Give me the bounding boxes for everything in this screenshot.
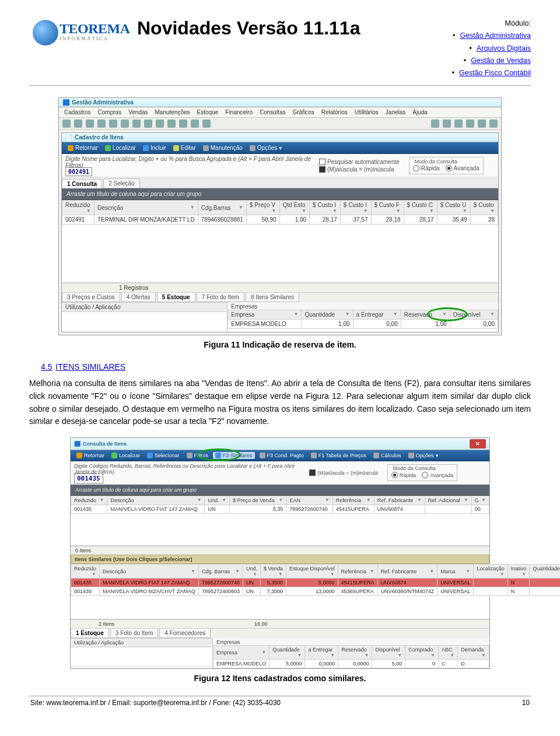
menu-janelas[interactable]: Janelas [383, 108, 408, 116]
toolbar-icon[interactable] [97, 120, 106, 128]
menu-consultas[interactable]: Consultas [257, 108, 288, 116]
tab-fornecedores[interactable]: 4 Fornecedores [159, 629, 211, 638]
cond-icon [260, 453, 265, 458]
retornar-button[interactable]: Retornar [65, 144, 100, 152]
group-by-bar[interactable]: Arraste um título de coluna aqui para cr… [71, 485, 489, 496]
toolbar-icon[interactable] [179, 120, 187, 128]
tabpreco-button[interactable]: F1 Tabela de Preços [309, 452, 369, 459]
toolbar-icon[interactable] [478, 120, 486, 128]
empresa-grid[interactable]: Empresa▼ Quantidade▼ a Entregar▼ Reserva… [228, 310, 498, 329]
condpgto-button[interactable]: F3 Cond. Pagto [257, 452, 306, 459]
table-row[interactable]: 001435 MANIVELA VIDRO FIAT 147 ZAMAQ 789… [71, 579, 561, 587]
group-by-bar[interactable]: Arraste um título de coluna aqui para cr… [62, 188, 498, 200]
menu-financeiro[interactable]: Financeiro [222, 108, 256, 116]
tab-foto[interactable]: 3 Foto do Item [110, 629, 158, 638]
opcoes-button[interactable]: Opções ▾ [406, 452, 441, 459]
tab-selecao[interactable]: 2 Seleção [103, 178, 139, 188]
auto-search-checkbox[interactable]: Pesquisar automaticamente [319, 159, 400, 165]
similares-button[interactable]: F2-Similares [213, 452, 255, 459]
menu-manutencoes[interactable]: Manutenções [152, 108, 193, 116]
menu-cadastros[interactable]: Cadastros [61, 108, 94, 116]
action-bar: Retornar Localizar Incluir Editar Manute… [62, 142, 498, 154]
localizar-button[interactable]: Localizar [103, 144, 138, 152]
case-option-checkbox[interactable]: (M)aiúscula = (m)inúscula [319, 166, 400, 173]
empresa-grid[interactable]: Empresa▼ Quantidade▼ a Entregar▼ Reserva… [213, 645, 489, 668]
toolbar-icon[interactable] [144, 120, 152, 128]
tab-estoque[interactable]: 1 Estoque [71, 629, 109, 638]
tab-consulta[interactable]: 1 Consulta [62, 179, 102, 188]
app-title: Gestão Administrativa [72, 99, 134, 106]
module-link-admin[interactable]: Gestão Administrativa [460, 31, 531, 40]
tab-estoque[interactable]: 5 Estoque [157, 293, 195, 302]
table-row[interactable]: 002491 TERMINAL DIR MONZA/KADETT LD 7894… [62, 215, 498, 225]
options-icon [408, 453, 414, 458]
menu-utilitarios[interactable]: Utilitários [352, 108, 382, 116]
footer-contact: Site: www.teorema.inf.br / Email: suport… [30, 699, 281, 707]
similares-grid[interactable]: Reduzido▼ Descrição▼ Cdg. Barras▼ Und.▼ … [71, 564, 560, 596]
menu-estoque[interactable]: Estoque [194, 108, 222, 116]
toolbar-icon[interactable] [454, 120, 463, 128]
sim-status: 2 Itens [99, 621, 114, 627]
toolbar-icon[interactable] [167, 120, 176, 128]
menu-ajuda[interactable]: Ajuda [410, 108, 430, 116]
toolbar-icon[interactable] [74, 120, 82, 128]
close-icon[interactable]: ✕ [470, 439, 486, 448]
sim-status-sum: 18,00 [254, 621, 268, 627]
opcoes-button[interactable]: Opções ▾ [247, 144, 284, 152]
toolbar-icon[interactable] [489, 120, 498, 128]
app-toolbar[interactable] [59, 118, 501, 130]
manutencao-button[interactable]: Manutenção [201, 144, 245, 152]
search-icon [105, 145, 111, 151]
result-grid[interactable]: Reduzido▼ Descrição▼ Und.▼ $ Preço de Ve… [71, 496, 489, 514]
app-icon: 🟦 [62, 99, 69, 106]
filtros-button[interactable]: Filtros [184, 452, 211, 459]
menu-graficos[interactable]: Gráficos [289, 108, 317, 116]
incluir-button[interactable]: Incluir [141, 144, 169, 152]
table-row[interactable]: EMPRESA MODELO 1,00 0,00 1,00 0,00 [228, 320, 498, 329]
toolbar-icon[interactable] [191, 120, 199, 128]
retornar-button[interactable]: Retornar [74, 452, 107, 459]
tab-ofertas[interactable]: 4 Ofertas [121, 293, 156, 302]
toolbar-icon[interactable] [156, 120, 164, 128]
page-footer: Site: www.teorema.inf.br / Email: suport… [29, 699, 531, 707]
search-input[interactable]: 001435 [74, 474, 103, 483]
selecionar-button[interactable]: Selecionar [145, 452, 182, 459]
tab-similares[interactable]: 8 Itens Similares [246, 293, 299, 302]
toolbar-icon[interactable] [431, 120, 439, 128]
search-input[interactable]: 002491 [65, 167, 92, 176]
table-row[interactable]: 001439 MANIVELA VIDRO MZA/CHVT ZAMAQ 789… [71, 587, 561, 596]
table-row[interactable]: EMPRESA MODELO 5,0000 0,0000 0,0000 5,00… [214, 660, 489, 668]
menu-vendas[interactable]: Vendas [125, 108, 150, 116]
tab-precos[interactable]: 3 Preços e Custos [62, 293, 120, 302]
case-option-checkbox[interactable]: (M)aiúscula = (m)inúscula [309, 469, 377, 476]
toolbar-icon[interactable] [109, 120, 117, 128]
calculos-button[interactable]: Cálculos [371, 452, 404, 459]
menu-compras[interactable]: Compras [95, 108, 125, 116]
toolbar-icon[interactable] [121, 120, 129, 128]
app-menubar[interactable]: Cadastros Compras Vendas Manutenções Est… [59, 107, 501, 118]
toolbar-icon[interactable] [86, 120, 94, 128]
wrench-icon [203, 145, 209, 151]
toolbar-icon[interactable] [62, 120, 71, 128]
result-grid[interactable]: Reduzido▼ Descrição▼ Cdg.Barras▼ $ Preço… [62, 200, 498, 225]
module-link-arquivos[interactable]: Arquivos Digitais [477, 44, 531, 52]
menu-relatorios[interactable]: Relatórios [318, 108, 351, 116]
module-list: Módulo: Gestão Administrativa Arquivos D… [426, 17, 531, 79]
modo-avancada-radio[interactable]: Avançada [422, 472, 453, 478]
modo-avancada-radio[interactable]: Avançada [446, 165, 480, 171]
back-icon [68, 145, 74, 151]
editar-button[interactable]: Editar [171, 144, 198, 152]
modo-rapida-radio[interactable]: Rápida [391, 472, 416, 478]
tab-foto[interactable]: 7 Foto do Item [197, 293, 244, 302]
toolbar-icon[interactable] [202, 120, 211, 128]
app-title: Consulta de Itens [83, 441, 127, 447]
module-link-fisco[interactable]: Gestão Fisco Contábil [459, 69, 531, 77]
toolbar-icon[interactable] [466, 120, 474, 128]
module-link-vendas[interactable]: Gestão de Vendas [471, 57, 531, 65]
modo-rapida-radio[interactable]: Rápida [413, 165, 440, 171]
toolbar-icon[interactable] [132, 120, 141, 128]
toolbar-icon[interactable] [443, 120, 451, 128]
localizar-button[interactable]: Localizar [109, 452, 142, 459]
table-row[interactable]: 001435 MANIVELA VIDRO FIAT 147 ZAMAQ UN … [71, 505, 489, 514]
bottom-tabs: 3 Preços e Custos 4 Ofertas 5 Estoque 7 … [62, 292, 498, 302]
